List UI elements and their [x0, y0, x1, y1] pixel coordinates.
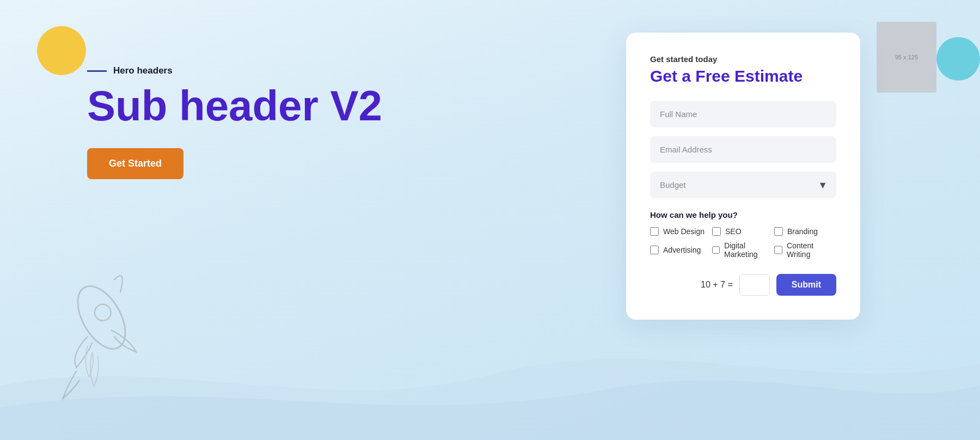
- budget-select-wrapper: Budget < $1,000 $1,000 - $5,000 $5,000 -…: [650, 172, 836, 198]
- full-name-input[interactable]: [650, 101, 836, 127]
- form-title: Get a Free Estimate: [650, 67, 836, 85]
- checkbox-branding-input[interactable]: [774, 227, 783, 236]
- checkbox-seo-input[interactable]: [712, 227, 721, 236]
- checkbox-content-writing-input[interactable]: [774, 246, 782, 254]
- hero-eyebrow-text: Hero headers: [113, 65, 173, 76]
- checkbox-advertising-label: Advertising: [663, 246, 701, 254]
- email-input[interactable]: [650, 136, 836, 163]
- checkbox-content-writing[interactable]: Content Writing: [774, 241, 836, 259]
- checkbox-branding[interactable]: Branding: [774, 227, 836, 236]
- services-checkbox-group: Web Design SEO Branding Advertising Digi…: [650, 227, 836, 259]
- checkbox-advertising-input[interactable]: [650, 246, 659, 254]
- checkbox-web-design-label: Web Design: [663, 227, 705, 236]
- svg-point-1: [95, 304, 111, 321]
- checkbox-seo-label: SEO: [725, 227, 742, 236]
- checkbox-digital-marketing[interactable]: Digital Marketing: [712, 241, 774, 259]
- submit-button[interactable]: Submit: [776, 274, 836, 296]
- form-tagline: Get started today: [650, 54, 836, 64]
- rocket-illustration: [33, 255, 158, 396]
- checkbox-advertising[interactable]: Advertising: [650, 241, 712, 259]
- checkbox-content-writing-label: Content Writing: [787, 241, 836, 259]
- budget-select[interactable]: Budget < $1,000 $1,000 - $5,000 $5,000 -…: [650, 172, 836, 198]
- checkbox-branding-label: Branding: [787, 227, 818, 236]
- captcha-equation: 10 + 7 =: [701, 280, 733, 290]
- captcha-answer-input[interactable]: [739, 274, 770, 296]
- checkbox-web-design[interactable]: Web Design: [650, 227, 712, 236]
- svg-point-0: [68, 278, 135, 357]
- checkbox-digital-marketing-input[interactable]: [712, 246, 720, 254]
- captcha-row: 10 + 7 = Submit: [650, 274, 836, 296]
- checkbox-digital-marketing-label: Digital Marketing: [724, 241, 774, 259]
- hero-eyebrow: Hero headers: [87, 65, 382, 76]
- gray-placeholder-box: 95 x 125: [877, 22, 936, 93]
- checkbox-web-design-input[interactable]: [650, 227, 659, 236]
- help-label: How can we help you?: [650, 210, 836, 219]
- estimate-form-card: Get started today Get a Free Estimate Bu…: [626, 33, 860, 320]
- checkbox-seo[interactable]: SEO: [712, 227, 774, 236]
- get-started-button[interactable]: Get Started: [87, 148, 183, 179]
- hero-subheader: Sub header V2: [87, 84, 382, 129]
- eyebrow-line: [87, 70, 107, 72]
- teal-circle-decoration: [936, 37, 980, 81]
- hero-section: Hero headers Sub header V2 Get Started: [87, 65, 382, 179]
- yellow-circle-decoration: [37, 26, 86, 75]
